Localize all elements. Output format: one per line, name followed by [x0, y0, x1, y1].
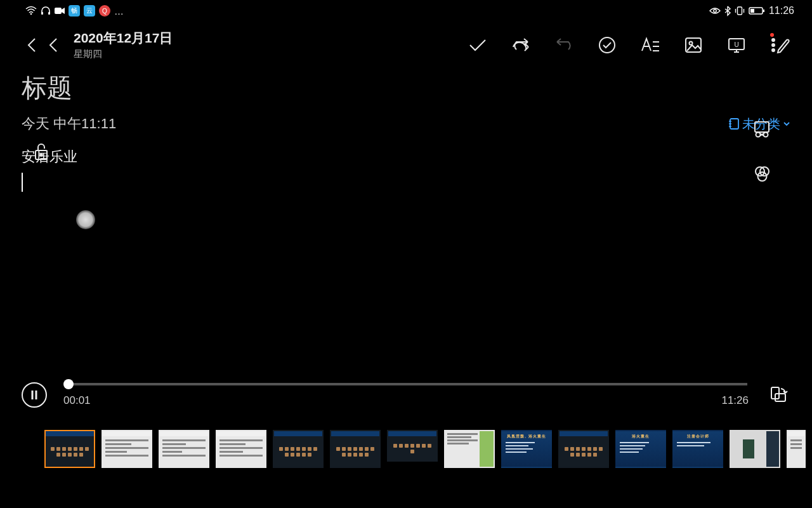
thumbnail-item[interactable]	[159, 430, 209, 468]
pen-menu-badge	[770, 33, 774, 37]
thumbnail-item[interactable]	[558, 430, 609, 468]
thumbnail-item[interactable]	[330, 430, 381, 468]
thumbnail-item[interactable]	[102, 430, 152, 468]
svg-point-4	[714, 10, 716, 12]
status-left: 畅 云 Q	[25, 5, 124, 17]
back-button-inner[interactable]	[43, 34, 65, 56]
app-bar: 2020年12月17日 星期四 U	[0, 22, 812, 64]
time-current: 00:01	[63, 394, 91, 407]
thumbnail-item[interactable]	[787, 430, 806, 468]
thumbnail-item[interactable]	[730, 430, 780, 468]
more-notifications-icon	[114, 6, 124, 17]
thumbnail-item[interactable]: 浴火重生	[615, 430, 666, 468]
svg-rect-2	[48, 12, 50, 15]
text-cursor	[22, 173, 23, 192]
status-clock: 11:26	[769, 5, 794, 17]
svg-point-29	[756, 133, 761, 137]
confirm-button[interactable]	[467, 34, 488, 56]
header-weekday: 星期四	[74, 48, 173, 60]
touch-indicator	[76, 210, 95, 229]
svg-point-11	[599, 37, 615, 53]
svg-rect-1	[41, 12, 43, 15]
created-time: 今天 中午11:11	[22, 114, 116, 133]
svg-point-0	[30, 13, 32, 15]
vibrate-icon	[735, 6, 745, 16]
svg-point-30	[764, 133, 768, 137]
svg-point-16	[690, 41, 693, 44]
rotate-screen-button[interactable]	[765, 382, 790, 408]
progress-block: 00:01 11:26	[63, 383, 749, 407]
battery-icon	[749, 6, 765, 15]
svg-rect-39	[775, 394, 785, 401]
redo-button[interactable]	[553, 34, 575, 56]
lock-button[interactable]	[30, 140, 52, 162]
crop-screen-button[interactable]	[751, 118, 773, 140]
image-button[interactable]	[683, 34, 704, 56]
svg-point-35	[758, 172, 767, 181]
svg-rect-28	[755, 122, 769, 132]
text-style-button[interactable]	[639, 34, 661, 56]
headphones-icon	[41, 6, 51, 15]
note-body[interactable]: 标题 今天 中午11:11 未分类 安居乐业	[0, 64, 812, 366]
back-button-outer[interactable]	[22, 34, 43, 56]
pause-button[interactable]	[22, 382, 47, 408]
video-icon	[55, 7, 65, 15]
time-total: 11:26	[721, 394, 749, 407]
title-block: 2020年12月17日 星期四	[74, 29, 173, 60]
toolbar: U	[467, 34, 790, 56]
svg-point-19	[772, 39, 775, 41]
svg-rect-5	[737, 7, 742, 15]
progress-thumb[interactable]	[63, 379, 74, 389]
audio-player: 00:01 11:26	[0, 366, 812, 424]
app-badge-3: Q	[99, 5, 110, 17]
thumbnail-item[interactable]: 凤凰涅槃, 浴火重生	[501, 430, 552, 468]
thumbnail-item[interactable]	[216, 430, 266, 468]
eye-icon	[709, 7, 721, 15]
svg-point-20	[772, 44, 775, 46]
app-badge-1: 畅	[69, 5, 80, 17]
chevron-down-icon	[783, 121, 790, 127]
svg-rect-9	[763, 10, 764, 12]
wifi-icon	[25, 6, 37, 15]
bluetooth-icon	[724, 6, 731, 16]
svg-rect-3	[55, 8, 62, 14]
body-line-1[interactable]: 安居乐业	[22, 147, 790, 166]
status-right: 11:26	[709, 5, 794, 17]
thumbnail-item[interactable]	[273, 430, 324, 468]
svg-point-21	[772, 49, 775, 51]
header-date: 2020年12月17日	[74, 29, 173, 47]
thumbnail-item[interactable]	[444, 430, 495, 468]
svg-text:U: U	[734, 41, 738, 48]
status-bar: 畅 云 Q 11:26	[0, 0, 812, 22]
undo-button[interactable]	[510, 34, 532, 56]
notebook-icon	[728, 117, 740, 130]
screen-share-button[interactable]: U	[726, 34, 747, 56]
thumbnail-item[interactable]	[44, 430, 95, 468]
thumbnail-item[interactable]: 注册会计师	[672, 430, 723, 468]
thumbnail-item[interactable]	[387, 430, 438, 462]
color-blend-button[interactable]	[751, 163, 773, 184]
pen-menu-button[interactable]	[769, 34, 790, 56]
svg-rect-10	[750, 9, 754, 13]
app-bar-left: 2020年12月17日 星期四	[22, 29, 173, 60]
app-badge-2: 云	[84, 5, 95, 17]
progress-track[interactable]	[65, 383, 747, 385]
checklist-button[interactable]	[596, 34, 618, 56]
svg-point-27	[40, 154, 43, 156]
thumbnail-strip[interactable]: 凤凰涅槃, 浴火重生 浴火重生 注册会计师	[0, 424, 812, 468]
title-input[interactable]: 标题	[22, 70, 790, 105]
